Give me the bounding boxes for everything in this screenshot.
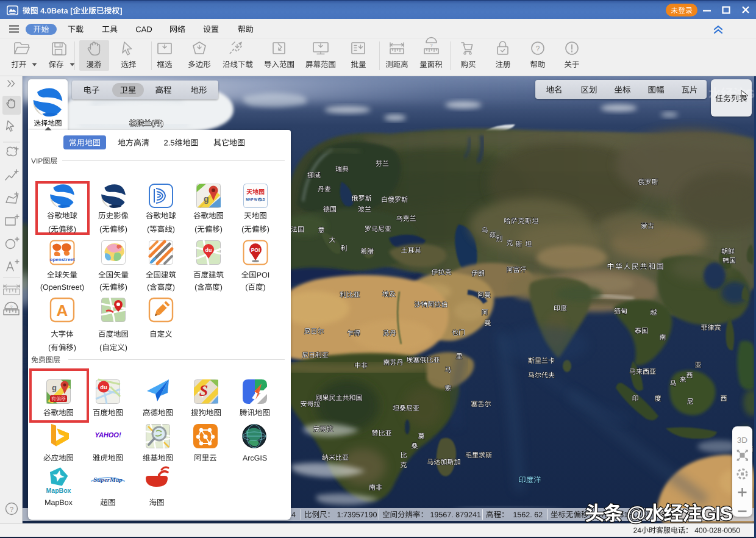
svg-text:du: du: [100, 384, 107, 390]
svg-text:du: du: [205, 247, 212, 253]
svg-text:3D: 3D: [737, 436, 748, 445]
svg-text:openstreet: openstreet: [50, 257, 75, 262]
svg-text:YAHOO!: YAHOO!: [94, 431, 121, 439]
svg-text:SuperMap: SuperMap: [93, 476, 123, 483]
svg-text:g: g: [204, 194, 209, 204]
svg-text:MAP W RLD: MAP W RLD: [246, 198, 265, 201]
svg-text:A: A: [57, 301, 68, 320]
svg-text:POI: POI: [251, 247, 260, 253]
svg-text:MapBox: MapBox: [46, 487, 71, 494]
svg-text:g: g: [52, 383, 57, 392]
svg-text:S: S: [199, 382, 208, 400]
